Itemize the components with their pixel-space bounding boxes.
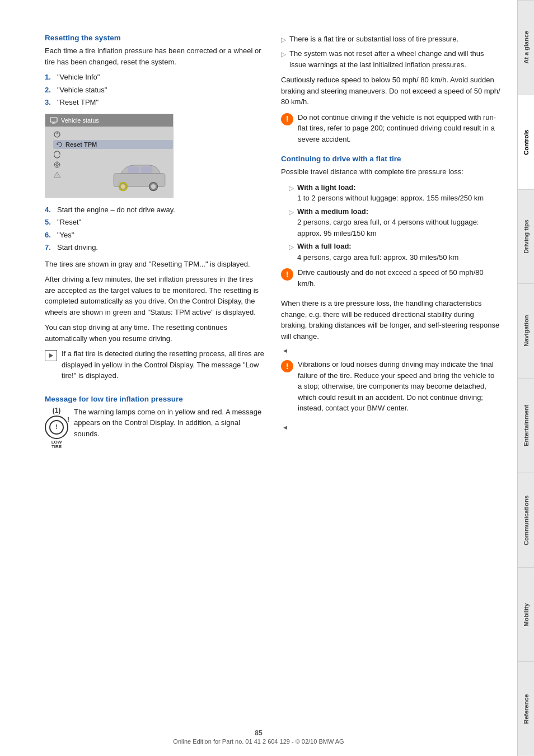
svg-marker-21 — [49, 353, 53, 358]
svg-point-17 — [151, 184, 156, 189]
wheel-icon — [53, 161, 61, 169]
low-tire-section: Message for low tire inflation pressure … — [45, 395, 264, 450]
page-number: 85 — [0, 729, 517, 737]
right-para1: Cautiously reduce speed to below 50 mph/… — [281, 74, 500, 108]
warning-icon-2: ! — [281, 268, 293, 281]
right-bullet-1: ▷ There is a flat tire or substantial lo… — [281, 34, 500, 45]
page-footer: 85 Online Edition for Part no. 01 41 2 6… — [0, 729, 517, 745]
step-7-num: 7. — [45, 242, 54, 253]
load-full-detail: 4 persons, cargo area full: approx. 30 m… — [297, 253, 458, 262]
vs-header-label: Vehicle status — [61, 117, 99, 124]
step-6: 6. "Yes" — [45, 230, 264, 241]
step-6-text: "Yes" — [57, 230, 74, 241]
tire-top-exclamation: ! — [67, 416, 69, 424]
arrow-icon-1: ▷ — [281, 35, 286, 45]
load-item-full: ▷ With a full load: 4 persons, cargo are… — [289, 241, 500, 263]
step-3-num: 3. — [45, 97, 54, 108]
load-medium-label: With a medium load: — [297, 207, 368, 216]
right-bullet-1-text: There is a flat tire or substantial loss… — [289, 34, 458, 45]
load-item-light: ▷ With a light load: 1 to 2 persons with… — [289, 182, 500, 204]
arrow-icon-2: ▷ — [281, 49, 286, 70]
step-1-text: "Vehicle Info" — [57, 72, 100, 83]
load-full-label: With a full load: — [297, 242, 352, 250]
flat-note-text: If a flat tire is detected during the re… — [62, 348, 264, 381]
svg-text:!: ! — [57, 174, 58, 178]
warning-box-3: ! Vibrations or loud noises during drivi… — [281, 359, 500, 418]
load-medium-detail: 2 persons, cargo area full, or 4 persons… — [297, 218, 479, 237]
left-column: Resetting the system Each time a tire in… — [45, 34, 264, 739]
continuing-intro: Possible travel distance with complete t… — [281, 166, 500, 178]
step-7: 7. Start driving. — [45, 242, 264, 253]
steps-list-2: 4. Start the engine – do not drive away.… — [45, 204, 264, 253]
step-4-num: 4. — [45, 204, 54, 216]
svg-rect-18 — [128, 166, 139, 173]
low-tire-icon-row: (1) ! ! LOWTIRE The warning lamps come o… — [45, 407, 264, 450]
step-4: 4. Start the engine – do not drive away. — [45, 204, 264, 216]
step-5-text: "Reset" — [57, 217, 81, 228]
load-items-list: ▷ With a light load: 1 to 2 persons with… — [289, 182, 500, 263]
section-heading-reset: Resetting the system — [45, 34, 264, 42]
play-icon — [45, 350, 57, 361]
step-3-text: "Reset TPM" — [57, 97, 99, 108]
load-light-content: With a light load: 1 to 2 persons withou… — [297, 182, 484, 204]
right-column: ▷ There is a flat tire or substantial lo… — [281, 34, 500, 739]
tab-reference[interactable]: Reference — [518, 661, 534, 756]
section-heading-low-tire: Message for low tire inflation pressure — [45, 395, 264, 403]
vs-header: Vehicle status — [45, 114, 173, 127]
tire-icon-outer: ! ! — [45, 416, 68, 439]
svg-rect-19 — [141, 166, 153, 173]
low-tire-intro: The warning lamps come on in yellow and … — [74, 407, 264, 440]
car-illustration — [111, 159, 167, 193]
step-2-num: 2. — [45, 85, 54, 96]
sync-icon — [53, 151, 61, 158]
tire-label-low: LOWTIRE — [51, 440, 62, 450]
play-triangle-svg — [48, 353, 54, 358]
tab-mobility[interactable]: Mobility — [518, 567, 534, 662]
warning-box-1: ! Do not continue driving if the vehicle… — [281, 112, 500, 150]
tab-at-a-glance[interactable]: At a glance — [518, 0, 534, 95]
warning-triangle-icon: ! — [53, 171, 61, 179]
continuing-heading: Continuing to drive with a flat tire — [281, 155, 500, 163]
tab-communications[interactable]: Communications — [518, 473, 534, 567]
reset-para3: You can stop driving at any time. The re… — [45, 322, 264, 344]
vehicle-status-image: Vehicle status — [45, 114, 174, 198]
warning3-text: Vibrations or loud noises during driving… — [298, 359, 500, 414]
svg-rect-0 — [50, 118, 57, 122]
right-bullet-list: ▷ There is a flat tire or substantial lo… — [281, 34, 500, 70]
main-content: Resetting the system Each time a tire in… — [0, 0, 517, 756]
step-5: 5. "Reset" — [45, 217, 264, 228]
right-bullet-2: ▷ The system was not reset after a wheel… — [281, 48, 500, 70]
tab-driving-tips[interactable]: Driving tips — [518, 189, 534, 284]
warning-box-2: ! Drive cautiously and do not exceed a s… — [281, 267, 500, 293]
warning-icon-3: ! — [281, 360, 293, 372]
tab-entertainment[interactable]: Entertainment — [518, 378, 534, 473]
tire-icon-group: (1) ! ! LOWTIRE — [45, 407, 68, 450]
load-item-medium: ▷ With a medium load: 2 persons, cargo a… — [289, 206, 500, 239]
vs-menu-reset-tpm: Reset TPM — [53, 140, 173, 149]
vs-menu-power — [53, 130, 173, 139]
back-arrow-1: ◄ — [282, 347, 288, 354]
step-6-num: 6. — [45, 230, 54, 241]
reset-para1: The tires are shown in gray and "Resetti… — [45, 259, 264, 270]
step-7-text: Start driving. — [57, 242, 98, 253]
step-1-num: 1. — [45, 72, 54, 83]
flat-tire-note: If a flat tire is detected during the re… — [45, 348, 264, 386]
step-2: 2. "Vehicle status" — [45, 85, 264, 96]
back-arrow-2: ◄ — [282, 424, 288, 431]
load-full-content: With a full load: 4 persons, cargo area … — [297, 241, 458, 263]
footer-text: Online Edition for Part no. 01 41 2 604 … — [173, 738, 344, 745]
reset-intro: Each time a tire inflation pressure has … — [45, 45, 264, 67]
steps-list-1: 1. "Vehicle Info" 2. "Vehicle status" 3.… — [45, 72, 264, 108]
tab-navigation[interactable]: Navigation — [518, 283, 534, 378]
arrow-full: ▷ — [289, 242, 294, 263]
load-light-label: With a light load: — [297, 183, 356, 192]
side-tabs: At a glance Controls Driving tips Naviga… — [517, 0, 534, 756]
power-icon — [53, 130, 61, 138]
tire-icon-top: (1) — [53, 407, 61, 414]
tab-controls[interactable]: Controls — [518, 95, 534, 189]
step-1: 1. "Vehicle Info" — [45, 72, 264, 83]
arrow-medium: ▷ — [289, 207, 294, 239]
right-para2: When there is a tire pressure loss, the … — [281, 298, 500, 342]
tire-exclamation: ! — [55, 424, 57, 430]
step-3: 3. "Reset TPM" — [45, 97, 264, 108]
